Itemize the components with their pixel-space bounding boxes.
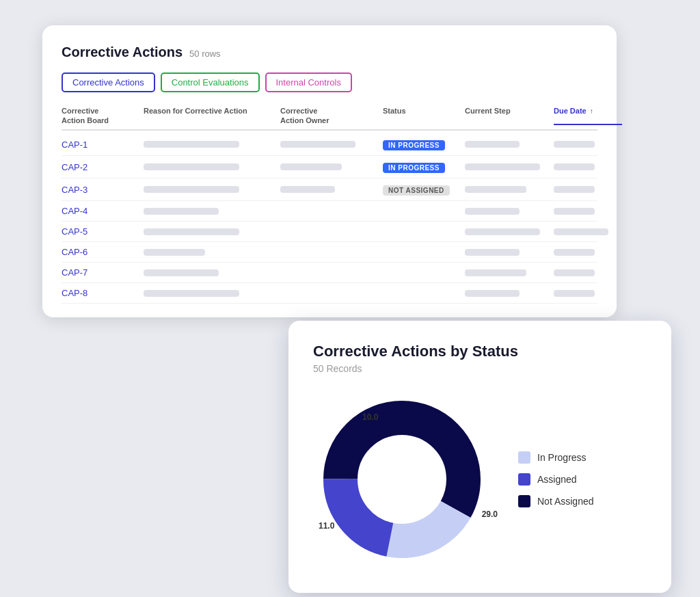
reason-bar xyxy=(144,269,219,276)
donut-hole xyxy=(360,437,444,522)
table-card: Corrective Actions 50 rows Corrective Ac… xyxy=(42,25,617,318)
chart-area: 10.0 29.0 11.0 In Progress Assigned Not … xyxy=(313,390,647,568)
reason-bar xyxy=(144,163,239,170)
table-row: CAP-2 IN PROGRESS xyxy=(62,156,597,178)
legend-label-assigned: Assigned xyxy=(537,474,577,485)
step-bar xyxy=(465,228,540,235)
chart-legend: In Progress Assigned Not Assigned xyxy=(518,451,594,507)
chart-subtitle: 50 Records xyxy=(313,363,647,374)
step-bar xyxy=(465,163,540,170)
table-row: CAP-8 xyxy=(62,283,597,304)
date-bar xyxy=(554,208,595,215)
table-title: Corrective Actions xyxy=(62,44,183,60)
row-id-cap5[interactable]: CAP-5 xyxy=(62,226,144,237)
step-bar xyxy=(465,269,526,276)
col-header-owner: CorrectiveAction Owner xyxy=(280,106,383,126)
owner-bar xyxy=(280,186,335,193)
legend-label-in-progress: In Progress xyxy=(537,452,587,463)
owner-bar xyxy=(280,163,342,170)
legend-item-not-assigned: Not Assigned xyxy=(518,495,594,507)
status-badge-not-assigned: NOT ASSIGNED xyxy=(383,185,450,196)
row-id-cap4[interactable]: CAP-4 xyxy=(62,206,144,216)
col-header-board: CorrectiveAction Board xyxy=(62,106,144,126)
chart-card: Corrective Actions by Status 50 Records xyxy=(288,321,671,593)
step-bar xyxy=(465,186,526,193)
col-header-step: Current Step xyxy=(465,106,554,126)
label-not-assigned-value: 29.0 xyxy=(482,509,498,519)
date-bar xyxy=(554,249,595,256)
reason-bar xyxy=(144,290,239,297)
tab-corrective-actions[interactable]: Corrective Actions xyxy=(62,72,155,92)
date-bar xyxy=(554,186,595,193)
legend-item-assigned: Assigned xyxy=(518,473,594,486)
reason-bar xyxy=(144,141,239,148)
legend-color-assigned xyxy=(518,473,530,486)
chart-title: Corrective Actions by Status xyxy=(313,343,647,360)
table-row: CAP-6 xyxy=(62,242,597,263)
row-id-cap6[interactable]: CAP-6 xyxy=(62,247,144,257)
row-id-cap8[interactable]: CAP-8 xyxy=(62,288,144,298)
status-badge-in-progress: IN PROGRESS xyxy=(383,163,445,173)
col-header-status: Status xyxy=(383,106,465,126)
reason-bar xyxy=(144,208,219,215)
date-bar xyxy=(554,163,595,170)
donut-chart: 10.0 29.0 11.0 xyxy=(313,390,491,568)
step-bar xyxy=(465,208,520,215)
row-id-cap2[interactable]: CAP-2 xyxy=(62,162,144,172)
tabs-container: Corrective Actions Control Evaluations I… xyxy=(62,72,597,92)
date-bar xyxy=(554,228,608,235)
owner-bar xyxy=(280,141,355,148)
donut-svg xyxy=(313,390,491,568)
step-bar xyxy=(465,249,520,256)
table-row: CAP-4 xyxy=(62,201,597,222)
label-in-progress-value: 10.0 xyxy=(362,412,378,422)
tab-control-evaluations[interactable]: Control Evaluations xyxy=(161,72,260,92)
tab-internal-controls[interactable]: Internal Controls xyxy=(265,72,352,92)
reason-bar xyxy=(144,228,239,235)
table-row: CAP-7 xyxy=(62,263,597,283)
row-id-cap1[interactable]: CAP-1 xyxy=(62,140,144,150)
col-header-due-date[interactable]: Due Date ↑ xyxy=(554,106,622,126)
table-row: CAP-1 IN PROGRESS xyxy=(62,133,597,156)
legend-color-in-progress xyxy=(518,451,530,464)
step-bar xyxy=(465,290,520,297)
row-id-cap7[interactable]: CAP-7 xyxy=(62,267,144,278)
reason-bar xyxy=(144,249,205,256)
scene: Corrective Actions 50 rows Corrective Ac… xyxy=(42,25,658,572)
table-row: CAP-5 xyxy=(62,222,597,242)
legend-item-in-progress: In Progress xyxy=(518,451,594,464)
date-bar xyxy=(554,290,595,297)
reason-bar xyxy=(144,186,239,193)
col-header-reason: Reason for Corrective Action xyxy=(144,106,280,126)
label-assigned-value: 11.0 xyxy=(319,521,334,531)
date-bar xyxy=(554,269,595,276)
sort-arrow: ↑ xyxy=(590,107,593,115)
row-id-cap3[interactable]: CAP-3 xyxy=(62,185,144,195)
row-count: 50 rows xyxy=(189,49,221,59)
table-row: CAP-3 NOT ASSIGNED xyxy=(62,178,597,201)
date-bar xyxy=(554,141,595,148)
step-bar xyxy=(465,141,520,148)
legend-label-not-assigned: Not Assigned xyxy=(537,496,594,507)
column-headers: CorrectiveAction Board Reason for Correc… xyxy=(62,106,597,131)
legend-color-not-assigned xyxy=(518,495,530,507)
table-header: Corrective Actions 50 rows xyxy=(62,44,597,60)
status-badge-in-progress: IN PROGRESS xyxy=(383,140,445,150)
